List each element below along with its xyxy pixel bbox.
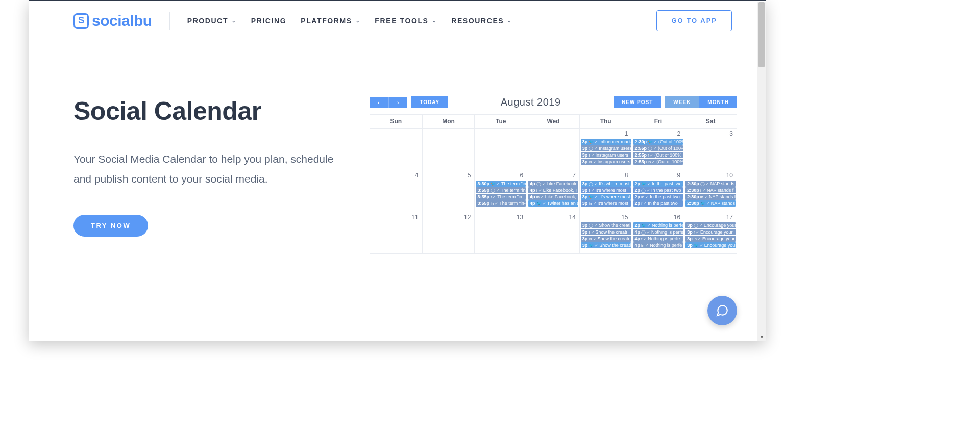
calendar-event[interactable]: 4p◯✓Like Facebook, I bbox=[528, 181, 578, 187]
check-icon: ✓ bbox=[654, 140, 657, 144]
calendar-event[interactable]: 3pin✓It's where most bbox=[581, 200, 631, 207]
calendar-event[interactable]: 4p◯✓Nothing is perfe bbox=[633, 229, 683, 235]
calendar-day-cell[interactable]: 22:30p🐦✓(Out of 100%2:55p◯✓(Out of 100%2… bbox=[632, 129, 684, 170]
calendar-event[interactable]: 2:55pf✓(Out of 100% bbox=[633, 152, 683, 158]
calendar-day-cell[interactable] bbox=[475, 129, 527, 170]
calendar-week-button[interactable]: WEEK bbox=[665, 96, 699, 108]
calendar-event[interactable]: 2p◯✓In the past two bbox=[633, 187, 683, 193]
calendar-event[interactable]: 2:30p🐦✓(Out of 100% bbox=[633, 139, 683, 145]
calendar-event[interactable]: 2p🐦✓In the past two bbox=[633, 181, 683, 187]
calendar-event[interactable]: 3pf✓Instagram users bbox=[581, 152, 631, 158]
calendar-day-cell[interactable] bbox=[527, 129, 580, 170]
calendar-event[interactable]: 3p◯✓Show the creati bbox=[581, 222, 631, 228]
event-text: Twitter has an a bbox=[547, 201, 578, 206]
calendar-event[interactable]: 2pin✓In the past two bbox=[633, 194, 683, 200]
nav-item-pricing[interactable]: PRICING bbox=[251, 17, 287, 25]
calendar-day-cell[interactable]: 83p◯✓It's where most3pf✓It's where most3… bbox=[579, 170, 632, 212]
logo[interactable]: socialbu bbox=[74, 12, 152, 30]
calendar-event[interactable]: 2:55p◯✓(Out of 100% bbox=[633, 145, 683, 151]
calendar-event[interactable]: 3pf✓Show the creati bbox=[581, 229, 631, 235]
calendar-event[interactable]: 3p◯✓Encourage your bbox=[685, 222, 736, 228]
calendar-event[interactable]: 3pin✓Instagram users bbox=[581, 159, 631, 165]
calendar-event[interactable]: 3p◯✓It's where most bbox=[581, 181, 631, 187]
nav-label: PLATFORMS bbox=[301, 17, 352, 25]
nav-label: PRICING bbox=[251, 17, 287, 25]
scrollbar-track[interactable]: ▾ bbox=[757, 2, 766, 341]
calendar-event[interactable]: 3:55pf✓The term "in- bbox=[476, 194, 526, 200]
calendar-event[interactable]: 4pin✓Like Facebook, I bbox=[528, 194, 578, 200]
calendar-day-cell[interactable]: 3 bbox=[684, 129, 737, 170]
calendar-event[interactable]: 2pf✓In the past two bbox=[633, 200, 683, 207]
calendar-day-cell[interactable]: 11 bbox=[370, 212, 423, 254]
check-icon: ✓ bbox=[643, 201, 647, 206]
tw-icon: 🐦 bbox=[491, 182, 496, 186]
calendar-event[interactable]: 3:55p◯✓The term "in- bbox=[476, 187, 526, 193]
calendar-event[interactable]: 2:55pin✓(Out of 100% bbox=[633, 159, 683, 165]
day-number: 6 bbox=[475, 170, 527, 181]
calendar-toolbar: ‹ › TODAY August 2019 NEW POST WEEK MONT… bbox=[370, 96, 737, 108]
calendar-day-cell[interactable]: 74p◯✓Like Facebook, I4pf✓Like Facebook, … bbox=[527, 170, 580, 212]
calendar-month-button[interactable]: MONTH bbox=[699, 96, 737, 108]
calendar-day-cell[interactable]: 4 bbox=[370, 170, 423, 212]
calendar-event[interactable]: 4pf✓Like Facebook, I bbox=[528, 187, 578, 193]
try-now-button[interactable]: TRY NOW bbox=[74, 215, 148, 237]
nav-item-free-tools[interactable]: FREE TOOLS⌄ bbox=[375, 17, 437, 25]
ig-icon: ◯ bbox=[648, 146, 652, 151]
nav-item-product[interactable]: PRODUCT⌄ bbox=[187, 17, 237, 25]
calendar-day-cell[interactable] bbox=[370, 129, 423, 170]
calendar-event[interactable]: 2:30pin✓NAP stands f bbox=[685, 194, 736, 200]
calendar-day-cell[interactable]: 13 bbox=[475, 212, 527, 254]
calendar-event[interactable]: 3p🐦✓Show the creati bbox=[581, 242, 631, 248]
calendar-day-cell[interactable] bbox=[422, 129, 475, 170]
calendar-event[interactable]: 2:30p◯✓NAP stands f bbox=[685, 181, 736, 187]
calendar-event[interactable]: 3p🐦✓Encourage your bbox=[685, 242, 736, 248]
calendar-event[interactable]: 2:30p🐦✓NAP stands for t bbox=[685, 200, 736, 207]
check-icon: ✓ bbox=[593, 160, 597, 164]
event-text: In the past two bbox=[652, 181, 682, 186]
ig-icon: ◯ bbox=[589, 223, 593, 228]
event-text: Show the creati bbox=[599, 223, 630, 228]
calendar-event[interactable]: 3pf✓Encourage your bbox=[685, 229, 736, 235]
calendar-event[interactable]: 3pin✓Show the creati bbox=[581, 236, 631, 242]
calendar-event[interactable]: 4pf✓Nothing is perfe bbox=[633, 236, 683, 242]
calendar-event[interactable]: 3pf✓It's where most bbox=[581, 187, 631, 193]
calendar-event[interactable]: 3p🐦✓Influencer mark bbox=[581, 139, 631, 145]
chat-fab[interactable] bbox=[707, 296, 737, 325]
nav-item-resources[interactable]: RESOURCES⌄ bbox=[451, 17, 512, 25]
calendar-event[interactable]: 3:55pin✓The term "in- bbox=[476, 200, 526, 207]
nav-item-platforms[interactable]: PLATFORMS⌄ bbox=[301, 17, 360, 25]
calendar-day-cell[interactable]: 153p◯✓Show the creati3pf✓Show the creati… bbox=[579, 212, 632, 254]
new-post-button[interactable]: NEW POST bbox=[614, 96, 661, 108]
go-to-app-button[interactable]: GO TO APP bbox=[656, 10, 732, 31]
event-time: 3p bbox=[582, 181, 588, 186]
weekday-header: Tue bbox=[475, 115, 527, 129]
calendar-prev-button[interactable]: ‹ bbox=[370, 97, 389, 108]
calendar-day-cell[interactable]: 12 bbox=[422, 212, 475, 254]
calendar-event[interactable]: 4pin✓Nothing is perfe bbox=[633, 242, 683, 248]
calendar-next-button[interactable]: › bbox=[389, 97, 408, 108]
calendar-event[interactable]: 3pin✓Encourage your bbox=[685, 236, 736, 242]
event-time: 3p bbox=[582, 152, 588, 158]
scrollbar-thumb[interactable] bbox=[758, 2, 765, 67]
calendar-event[interactable]: 4p🐦✓Twitter has an a bbox=[528, 200, 578, 207]
calendar-event[interactable]: 3p🐦✓It's where most bbox=[581, 194, 631, 200]
check-icon: ✓ bbox=[538, 188, 542, 193]
calendar-event[interactable]: 3:30p🐦✓The term "in- bbox=[476, 181, 526, 187]
calendar-day-cell[interactable]: 14 bbox=[527, 212, 580, 254]
event-text: Nothing is perfe bbox=[651, 229, 683, 235]
calendar-day-cell[interactable]: 5 bbox=[422, 170, 475, 212]
calendar-day-cell[interactable]: 173p◯✓Encourage your3pf✓Encourage your3p… bbox=[684, 212, 737, 254]
calendar-event[interactable]: 2:30pf✓NAP stands f bbox=[685, 187, 736, 193]
calendar-day-cell[interactable]: 13p🐦✓Influencer mark3p◯✓Instagram users3… bbox=[579, 129, 632, 170]
calendar-event[interactable]: 3p◯✓Instagram users bbox=[581, 145, 631, 151]
event-time: 3:55p bbox=[477, 201, 489, 206]
calendar-today-button[interactable]: TODAY bbox=[411, 96, 448, 108]
tw-icon: 🐦 bbox=[648, 140, 653, 144]
calendar-day-cell[interactable]: 63:30p🐦✓The term "in-3:55p◯✓The term "in… bbox=[475, 170, 527, 212]
calendar-day-cell[interactable]: 92p🐦✓In the past two2p◯✓In the past two2… bbox=[632, 170, 684, 212]
nav-divider bbox=[169, 12, 170, 30]
calendar-day-cell[interactable]: 102:30p◯✓NAP stands f2:30pf✓NAP stands f… bbox=[684, 170, 737, 212]
scrollbar-down-arrow[interactable]: ▾ bbox=[757, 332, 766, 341]
calendar-day-cell[interactable]: 162p🐦✓Nothing is perfe4p◯✓Nothing is per… bbox=[632, 212, 684, 254]
calendar-event[interactable]: 2p🐦✓Nothing is perfe bbox=[633, 222, 683, 228]
